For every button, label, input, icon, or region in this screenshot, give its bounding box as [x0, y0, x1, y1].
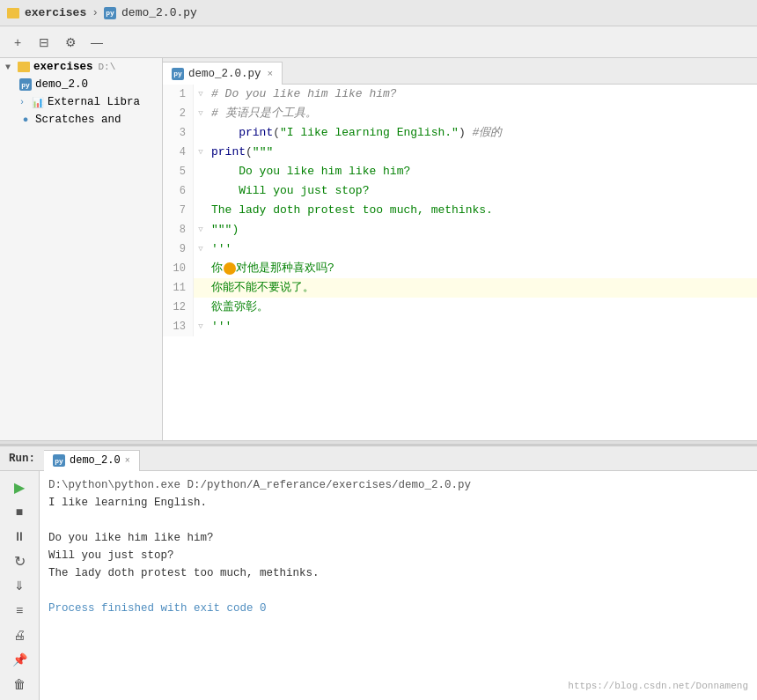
lib-icon: 📊	[32, 96, 44, 108]
code-line-6: 6 Will you just stop?	[163, 181, 757, 201]
sidebar-item-scratches[interactable]: ● Scratches and	[0, 111, 162, 129]
fold-6	[194, 181, 208, 201]
toolbar: + ⊟ ⚙ —	[0, 26, 757, 58]
line-num-1: 1	[163, 85, 194, 104]
code-content-10: 你对他是那种喜欢吗?	[208, 259, 334, 278]
run-tab-label: demo_2.0	[70, 454, 121, 467]
code-line-11: 11 你能不能不要说了。	[163, 278, 757, 298]
file-py-icon: py	[104, 7, 116, 19]
output-line-blank2	[48, 582, 748, 600]
output-line-4: The lady doth protest too much, methinks…	[48, 564, 748, 582]
code-line-4: 4 ▽ print("""	[163, 143, 757, 162]
folder-icon	[18, 62, 30, 72]
emoji-dot	[224, 262, 236, 275]
line-num-3: 3	[163, 123, 194, 143]
fold-2[interactable]: ▽	[194, 104, 208, 123]
add-button[interactable]: +	[5, 30, 30, 55]
line-num-11: 11	[163, 278, 194, 298]
line-num-6: 6	[163, 181, 194, 201]
run-content-area: ▶ ■ ⏸ ↻ ⇓ ≡ 🖨 📌 🗑 D:\python\python.exe D…	[0, 471, 757, 700]
line-num-10: 10	[163, 259, 194, 278]
code-line-3: 3 print("I like learning English.") #假的	[163, 123, 757, 143]
fold-10	[194, 259, 208, 278]
code-content-7: The lady doth protest too much, methinks…	[208, 201, 493, 220]
sidebar-scratches-label: Scratches and	[35, 114, 121, 126]
pause-button[interactable]: ⏸	[7, 526, 32, 547]
scratch-icon: ●	[19, 114, 32, 126]
code-line-12: 12 欲盖弥彰。	[163, 298, 757, 317]
code-content-2: # 英语只是个工具。	[208, 104, 317, 123]
sidebar-item-external-lib[interactable]: › 📊 External Libra	[0, 93, 162, 111]
line-num-8: 8	[163, 220, 194, 239]
code-line-7: 7 The lady doth protest too much, methin…	[163, 201, 757, 220]
breadcrumb-folder: exercises	[25, 6, 86, 19]
sidebar-item-demo[interactable]: py demo_2.0	[0, 76, 162, 93]
tab-bar: py demo_2.0.py ×	[163, 58, 757, 85]
run-tab-py-icon: py	[53, 454, 65, 467]
run-tab-bar: Run: py demo_2.0 ×	[0, 446, 757, 471]
tab-close-button[interactable]: ×	[268, 69, 274, 79]
sidebar-exercises-path: D:\	[99, 62, 116, 72]
editor-tab[interactable]: py demo_2.0.py ×	[163, 62, 283, 85]
code-line-10: 10 你对他是那种喜欢吗?	[163, 259, 757, 278]
code-content-13: '''	[208, 317, 232, 336]
rerun-button[interactable]: ↻	[7, 550, 32, 571]
play-button[interactable]: ▶	[7, 476, 32, 497]
code-content-11: 你能不能不要说了。	[208, 278, 314, 298]
output-line-2: Do you like him like him?	[48, 529, 748, 547]
code-line-1: 1 ▽ # Do you like him like him?	[163, 85, 757, 104]
code-content-12: 欲盖弥彰。	[208, 298, 268, 317]
pin-button[interactable]: 📌	[7, 649, 32, 670]
sidebar-item-exercises[interactable]: ▼ exercises D:\	[0, 58, 162, 76]
fold-12	[194, 298, 208, 317]
output-line-process: Process finished with exit code 0	[48, 600, 748, 617]
fold-3	[194, 123, 208, 143]
arrow-icon: ▼	[5, 63, 14, 72]
editor-container: py demo_2.0.py × 1 ▽ # Do you like him l…	[163, 58, 757, 440]
code-line-2: 2 ▽ # 英语只是个工具。	[163, 104, 757, 123]
sidebar: ▼ exercises D:\ py demo_2.0 › 📊 External…	[0, 58, 163, 440]
run-tab-close[interactable]: ×	[125, 456, 130, 466]
run-output: D:\python\python.exe D:/python/A_referan…	[40, 471, 757, 700]
output-line-blank1	[48, 512, 748, 529]
list-button[interactable]: ≡	[7, 600, 32, 621]
code-content-1: # Do you like him like him?	[208, 85, 397, 104]
run-label: Run:	[0, 446, 44, 471]
run-tab[interactable]: py demo_2.0 ×	[44, 450, 140, 471]
line-num-9: 9	[163, 239, 194, 259]
fold-9[interactable]: ▽	[194, 239, 208, 259]
minus-button[interactable]: —	[85, 30, 109, 55]
lib-arrow-icon: ›	[19, 98, 28, 107]
title-bar: exercises › py demo_2.0.py	[0, 0, 757, 26]
fold-7	[194, 201, 208, 220]
trash-button[interactable]: 🗑	[7, 674, 32, 695]
output-line-1: I like learning English.	[48, 494, 748, 512]
tab-py-icon: py	[172, 68, 184, 80]
watermark: https://blog.csdn.net/Donnameng	[568, 679, 748, 695]
breadcrumb-separator: ›	[92, 6, 99, 19]
code-content-4: print("""	[208, 143, 273, 162]
print-button[interactable]: 🖨	[7, 624, 32, 645]
code-content-5: Do you like him like him?	[208, 162, 410, 181]
fold-5	[194, 162, 208, 181]
code-content-8: """)	[208, 220, 239, 239]
fold-13[interactable]: ▽	[194, 317, 208, 336]
run-panel: Run: py demo_2.0 × ▶ ■ ⏸ ↻ ⇓ ≡ 🖨 📌 🗑 D:\…	[0, 445, 757, 700]
breadcrumb-file: demo_2.0.py	[121, 6, 197, 19]
line-num-13: 13	[163, 317, 194, 336]
fold-8[interactable]: ▽	[194, 220, 208, 239]
main-area: ▼ exercises D:\ py demo_2.0 › 📊 External…	[0, 58, 757, 440]
fold-4[interactable]: ▽	[194, 143, 208, 162]
py-file-icon: py	[19, 78, 32, 91]
output-line-3: Will you just stop?	[48, 547, 748, 564]
sidebar-lib-label: External Libra	[48, 96, 140, 108]
stop-button[interactable]: ■	[7, 501, 32, 522]
fold-11	[194, 278, 208, 298]
code-content-3: print("I like learning English.") #假的	[208, 123, 502, 143]
folder-icon	[7, 8, 19, 18]
layout-button[interactable]: ⊟	[32, 30, 56, 55]
fold-1[interactable]: ▽	[194, 85, 208, 104]
code-editor[interactable]: 1 ▽ # Do you like him like him? 2 ▽ # 英语…	[163, 85, 757, 440]
gear-button[interactable]: ⚙	[58, 30, 83, 55]
scroll-button[interactable]: ⇓	[7, 575, 32, 596]
